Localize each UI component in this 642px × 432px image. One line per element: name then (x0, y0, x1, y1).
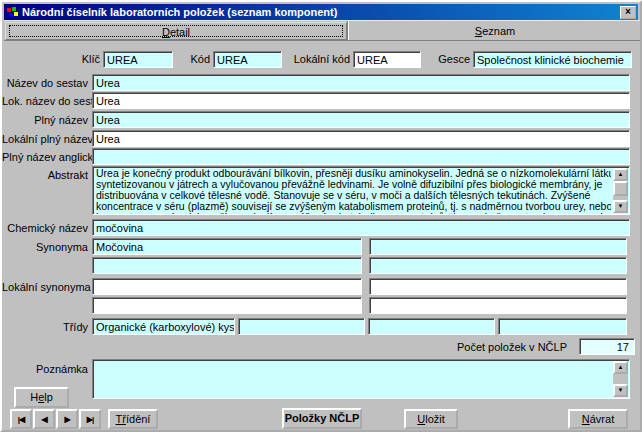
scroll-down-icon[interactable]: ▼ (613, 384, 628, 397)
titlebar[interactable]: Národní číselník laboratorních položek (… (4, 4, 638, 20)
nazev-do-sestav-field[interactable]: Urea (92, 74, 630, 91)
pocet-polozek-field: 17 (579, 338, 635, 355)
synonyma-field-4[interactable] (369, 257, 627, 274)
tridy-field-4[interactable] (498, 318, 627, 335)
scroll-up-icon[interactable]: ▲ (613, 361, 628, 374)
lok-nazev-do-sestav-field[interactable]: Urea (92, 92, 630, 109)
nav-next-icon[interactable]: ▶ (56, 409, 78, 429)
tridy-label: Třídy (2, 320, 88, 335)
plny-nazev-anglicky-label: Plný název anglicky (2, 150, 88, 165)
tab-seznam[interactable]: Seznam (350, 22, 640, 40)
app-icon (6, 6, 19, 19)
abstrakt-scrollbar[interactable]: ▲ ▼ (613, 168, 628, 213)
trideni-button[interactable]: Třídění (108, 409, 158, 429)
lokalni-synonyma-field-2[interactable] (369, 278, 627, 295)
navrat-button[interactable]: Návrat (568, 409, 628, 429)
lokalni-synonyma-label: Lokální synonyma (2, 280, 88, 295)
lokalni-plny-nazev-field[interactable]: Urea (92, 130, 630, 147)
lokalni-synonyma-field-1[interactable] (92, 278, 362, 295)
scroll-up-icon[interactable]: ▲ (613, 168, 628, 181)
poznamka-scrollbar[interactable]: ▲ ▼ (613, 361, 628, 397)
nav-last-icon[interactable]: ▶| (79, 409, 101, 429)
close-icon[interactable]: × (620, 6, 636, 19)
plny-nazev-anglicky-field[interactable] (92, 148, 630, 165)
lokalni-synonyma-field-4[interactable] (369, 297, 627, 314)
abstrakt-label: Abstrakt (2, 168, 88, 183)
dialog-window: Národní číselník laboratorních položek (… (0, 0, 642, 432)
lokalni-synonyma-field-3[interactable] (92, 297, 362, 314)
kod-label: Kód (172, 52, 210, 67)
klic-label: Klíč (30, 52, 100, 67)
synonyma-field-1[interactable]: Močovina (92, 238, 362, 255)
tridy-field-2[interactable] (238, 318, 365, 335)
synonyma-label: Synonyma (2, 240, 88, 255)
nav-first-icon[interactable]: |◀ (10, 409, 32, 429)
gesce-label: Gesce (425, 52, 470, 67)
lokalni-plny-nazev-label: Lokální plný název (2, 132, 88, 147)
polozky-nclp-button[interactable]: Položky NČLP (282, 408, 362, 429)
tab-divider (347, 21, 349, 40)
chemicky-nazev-field[interactable]: močovina (92, 219, 630, 236)
focus-rect (9, 25, 343, 37)
poznamka-label: Poznámka (2, 362, 88, 377)
tab-strip: Detail Seznam (4, 20, 642, 41)
gesce-field[interactable]: Společnost klinické biochemie (473, 51, 632, 68)
abstrakt-field[interactable]: Urea je konečný produkt odbourávání bílk… (92, 166, 630, 215)
scroll-down-icon[interactable]: ▼ (613, 200, 628, 213)
nazev-do-sestav-label: Název do sestav (2, 76, 88, 91)
synonyma-field-2[interactable] (369, 238, 627, 255)
tridy-field-3[interactable] (368, 318, 495, 335)
chemicky-nazev-label: Chemický název (2, 221, 88, 236)
ulozit-button[interactable]: Uložit (404, 409, 458, 429)
poznamka-field[interactable]: ▲ ▼ (92, 359, 630, 399)
klic-field[interactable]: UREA (103, 51, 173, 68)
plny-nazev-field[interactable]: Urea (92, 111, 630, 128)
pocet-polozek-label: Počet položek v NČLP (402, 340, 567, 355)
scrollbar-thumb[interactable] (613, 181, 628, 196)
lokalni-kod-field[interactable]: UREA (353, 51, 421, 68)
synonyma-field-3[interactable] (92, 257, 362, 274)
plny-nazev-label: Plný název (2, 113, 88, 128)
help-button[interactable]: Help (14, 387, 69, 408)
lokalni-kod-label: Lokální kód (270, 52, 350, 67)
tridy-field-1[interactable]: Organické (karboxylové) kys (92, 318, 235, 335)
tab-detail[interactable]: Detail (5, 22, 347, 40)
window-title: Národní číselník laboratorních položek (… (22, 6, 620, 18)
nav-prev-icon[interactable]: ◀ (33, 409, 55, 429)
lok-nazev-do-sestav-label: Lok. název do sestav (2, 94, 88, 109)
